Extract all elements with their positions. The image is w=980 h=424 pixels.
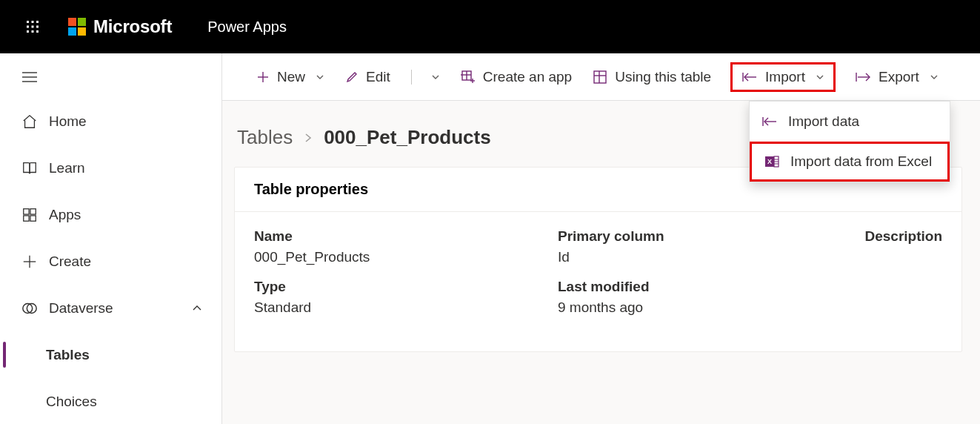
breadcrumb-parent[interactable]: Tables: [237, 126, 293, 149]
import-icon: [741, 71, 758, 83]
svg-rect-1: [32, 21, 34, 23]
app-launcher-button[interactable]: [18, 21, 47, 33]
main-pane: New Edit Create an app Using this table: [222, 53, 980, 424]
sidebar-item-choices[interactable]: Choices: [0, 378, 221, 424]
svg-rect-9: [68, 18, 76, 26]
svg-rect-16: [24, 208, 29, 213]
sidebar-item-home[interactable]: Home: [0, 98, 221, 145]
sidebar-item-label: Create: [49, 254, 91, 270]
import-dropdown: Import data X Import data from Excel: [749, 101, 950, 182]
dd-item-label: Import data from Excel: [790, 153, 932, 170]
prop-label-name: Name: [254, 228, 558, 245]
pencil-icon: [345, 70, 359, 84]
cmd-label: New: [277, 69, 305, 85]
svg-rect-4: [32, 26, 34, 28]
command-bar: New Edit Create an app Using this table: [222, 53, 980, 101]
chevron-down-icon: [930, 73, 939, 82]
dd-item-label: Import data: [788, 113, 859, 130]
cmd-create-app[interactable]: Create an app: [459, 64, 573, 90]
prop-value-primary: Id: [558, 249, 861, 265]
app-title: Power Apps: [207, 19, 287, 36]
svg-rect-19: [30, 215, 36, 220]
apps-icon: [21, 206, 39, 224]
sidebar-item-label: Choices: [46, 394, 97, 410]
cmd-label: Create an app: [483, 69, 572, 85]
cmd-label: Export: [879, 69, 919, 85]
svg-rect-7: [32, 30, 34, 33]
sidebar-item-create[interactable]: Create: [0, 238, 221, 285]
create-app-icon: [461, 70, 476, 85]
sidebar-item-label: Learn: [49, 160, 85, 176]
microsoft-logo: Microsoft: [68, 16, 172, 37]
sidebar-item-learn[interactable]: Learn: [0, 145, 221, 191]
plus-icon: [21, 253, 39, 271]
collapse-nav-button[interactable]: [0, 59, 221, 95]
svg-rect-8: [36, 30, 39, 33]
microsoft-logo-icon: [68, 18, 86, 36]
cmd-label: Import: [765, 69, 805, 85]
svg-rect-3: [27, 26, 29, 28]
svg-rect-10: [78, 18, 86, 26]
cmd-label: Edit: [366, 69, 390, 85]
chevron-down-icon: [316, 73, 324, 82]
prop-label-type: Type: [254, 279, 558, 295]
cmd-export[interactable]: Export: [853, 64, 940, 90]
split-divider: [411, 70, 412, 85]
dd-import-excel[interactable]: X Import data from Excel: [750, 142, 950, 182]
table-properties-card: Table properties Name 000_Pet_Products T…: [234, 167, 962, 352]
cmd-edit[interactable]: Edit: [344, 64, 392, 90]
sidebar-item-dataverse[interactable]: Dataverse: [0, 285, 221, 331]
sidebar-item-tables[interactable]: Tables: [0, 331, 221, 378]
cmd-import[interactable]: Import: [730, 62, 836, 92]
plus-icon: [256, 70, 270, 84]
waffle-icon: [27, 21, 39, 33]
import-icon: [761, 116, 778, 127]
sidebar-item-label: Home: [49, 113, 87, 130]
sidebar-item-label: Tables: [46, 347, 90, 363]
breadcrumb-current: 000_Pet_Products: [324, 126, 490, 149]
global-header: Microsoft Power Apps: [0, 0, 980, 53]
book-icon: [21, 159, 39, 177]
excel-icon: X: [764, 154, 780, 169]
export-icon: [855, 71, 871, 83]
prop-value-type: Standard: [254, 299, 558, 316]
sidebar-item-label: Apps: [49, 207, 81, 223]
hamburger-icon: [22, 72, 37, 82]
prop-value-name: 000_Pet_Products: [254, 249, 558, 265]
cmd-using-this-table[interactable]: Using this table: [591, 64, 713, 90]
prop-label-primary: Primary column: [558, 228, 861, 245]
sidebar: Home Learn Apps Create: [0, 53, 222, 424]
svg-rect-17: [30, 208, 36, 213]
chevron-right-icon: [303, 133, 313, 143]
chevron-up-icon: [192, 303, 202, 314]
prop-value-modified: 9 months ago: [558, 299, 861, 316]
svg-rect-0: [27, 21, 29, 23]
dd-import-data[interactable]: Import data: [750, 102, 950, 142]
svg-text:X: X: [767, 158, 772, 165]
svg-rect-11: [68, 27, 76, 36]
cmd-new[interactable]: New: [255, 64, 326, 90]
cmd-edit-dropdown[interactable]: [431, 68, 441, 86]
home-icon: [21, 113, 39, 130]
svg-rect-5: [36, 26, 39, 28]
dataverse-icon: [21, 299, 39, 317]
svg-rect-12: [78, 27, 86, 36]
prop-label-modified: Last modified: [558, 279, 861, 295]
svg-rect-2: [36, 21, 39, 23]
chevron-down-icon: [431, 73, 440, 82]
microsoft-logo-text: Microsoft: [93, 16, 172, 37]
sidebar-item-apps[interactable]: Apps: [0, 191, 221, 238]
svg-rect-31: [594, 71, 606, 83]
svg-rect-6: [27, 30, 29, 33]
table-icon: [593, 70, 607, 85]
svg-rect-18: [24, 215, 29, 220]
chevron-down-icon: [816, 73, 824, 82]
prop-label-description: Description: [861, 228, 942, 245]
cmd-label: Using this table: [615, 69, 711, 85]
sidebar-item-label: Dataverse: [49, 300, 113, 317]
